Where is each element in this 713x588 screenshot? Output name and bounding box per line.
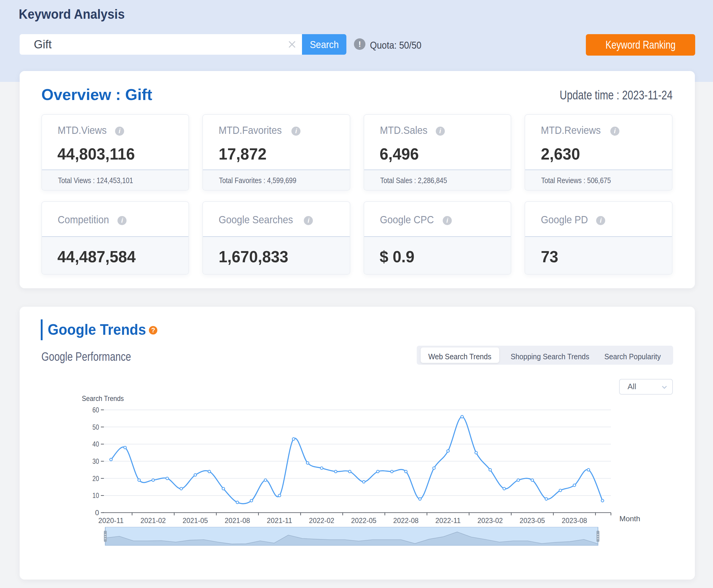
svg-text:Search Trends: Search Trends bbox=[82, 394, 124, 402]
svg-text:2023-02: 2023-02 bbox=[477, 517, 503, 525]
svg-text:2022-11: 2022-11 bbox=[435, 517, 461, 525]
svg-text:10: 10 bbox=[92, 491, 99, 500]
svg-text:2023-05: 2023-05 bbox=[520, 517, 545, 525]
svg-text:2022-05: 2022-05 bbox=[351, 517, 376, 525]
svg-text:40: 40 bbox=[92, 440, 99, 448]
svg-text:60: 60 bbox=[92, 406, 99, 414]
svg-text:20: 20 bbox=[92, 475, 99, 483]
svg-text:2021-05: 2021-05 bbox=[183, 517, 208, 525]
svg-text:Month: Month bbox=[619, 514, 640, 523]
svg-text:2021-02: 2021-02 bbox=[141, 517, 166, 525]
svg-text:0: 0 bbox=[95, 508, 99, 517]
svg-text:2020-11: 2020-11 bbox=[99, 517, 124, 525]
svg-text:2022-02: 2022-02 bbox=[309, 517, 334, 525]
svg-text:30: 30 bbox=[92, 457, 99, 465]
svg-text:2021-08: 2021-08 bbox=[225, 517, 250, 525]
svg-text:2023-08: 2023-08 bbox=[562, 517, 587, 525]
svg-text:2021-11: 2021-11 bbox=[267, 517, 292, 525]
svg-text:50: 50 bbox=[92, 423, 99, 431]
svg-text:2022-08: 2022-08 bbox=[393, 517, 418, 525]
